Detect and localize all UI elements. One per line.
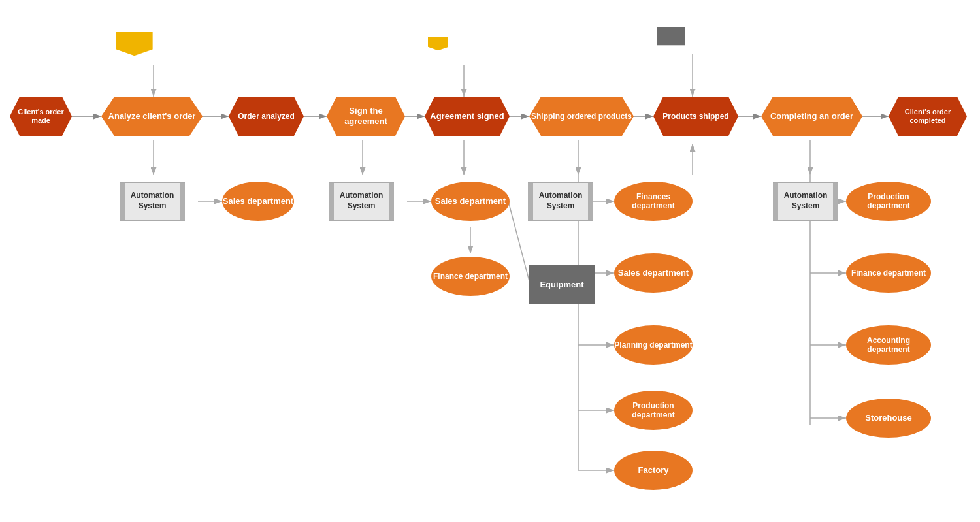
automation-system-2: Automation System [329,182,394,221]
planning-dept: Planning department [614,325,693,365]
automation-system-1: Automation System [120,182,185,221]
equipment: Equipment [529,265,595,304]
storehouse: Storehouse [846,399,931,438]
sales-dept-2: Sales department [431,182,510,221]
svg-rect-37 [657,27,685,45]
finances-dept: Finances department [614,182,693,221]
completing-order: Completing an order [761,97,862,136]
agreement-flag: Agreement [428,20,503,69]
svg-marker-36 [428,37,448,50]
svg-line-19 [508,201,529,281]
clients-order-completed: Client's order completed [889,97,967,136]
sales-dept-1: Sales department [222,182,294,221]
accounting-dept: Accounting department [846,325,931,365]
automation-system-3: Automation System [528,182,593,221]
sign-agreement: Sign the agreement [327,97,405,136]
shipping-ordered: Shipping ordered products [529,97,634,136]
products-shipped: Products shipped [653,97,738,136]
agreement-signed: Agreement signed [425,97,510,136]
finance-dept-1: Finance department [431,257,510,296]
ordered-products-flag: Ordered products [657,12,732,61]
production-dept-2: Production department [846,182,931,221]
diagram-canvas: Clients order Agreement Ordered products… [0,0,980,522]
automation-system-4: Automation System [773,182,838,221]
clients-order-flag: Clients order [116,20,191,69]
clients-order-made: Client's order made [10,97,72,136]
factory: Factory [614,451,693,490]
order-analyzed: Order analyzed [229,97,304,136]
analyze-clients-order: Analyze client's order [101,97,203,136]
svg-marker-35 [116,32,153,56]
finance-dept-2: Finance department [846,253,931,293]
production-dept-1: Production department [614,391,693,430]
sales-dept-3: Sales department [614,253,693,293]
